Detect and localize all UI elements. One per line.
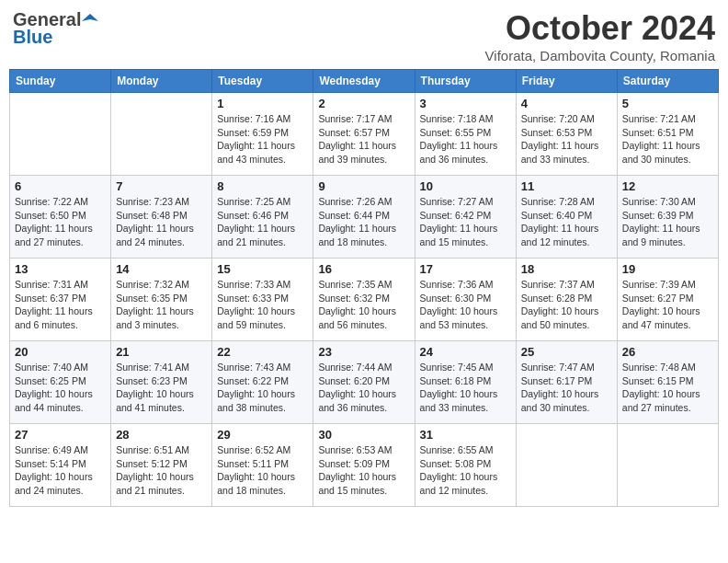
calendar-cell: 5Sunrise: 7:21 AM Sunset: 6:51 PM Daylig… (617, 93, 718, 176)
logo-blue-text: Blue (13, 27, 52, 48)
day-info: Sunrise: 7:47 AM Sunset: 6:17 PM Dayligh… (521, 361, 612, 415)
calendar-cell: 30Sunrise: 6:53 AM Sunset: 5:09 PM Dayli… (313, 424, 415, 507)
calendar-cell: 17Sunrise: 7:36 AM Sunset: 6:30 PM Dayli… (415, 259, 516, 341)
logo-bird-icon (82, 12, 98, 29)
location-subtitle: Viforata, Dambovita County, Romania (485, 48, 715, 63)
day-number: 2 (318, 97, 409, 110)
weekday-header-tuesday: Tuesday (212, 70, 313, 93)
calendar-week-4: 20Sunrise: 7:40 AM Sunset: 6:25 PM Dayli… (10, 341, 719, 424)
day-number: 17 (420, 262, 511, 276)
day-info: Sunrise: 6:55 AM Sunset: 5:08 PM Dayligh… (420, 443, 511, 498)
day-info: Sunrise: 6:52 AM Sunset: 5:11 PM Dayligh… (217, 443, 308, 498)
calendar-cell: 10Sunrise: 7:27 AM Sunset: 6:42 PM Dayli… (415, 176, 516, 259)
day-info: Sunrise: 7:27 AM Sunset: 6:42 PM Dayligh… (420, 195, 511, 249)
calendar-cell (617, 424, 718, 507)
day-number: 20 (15, 345, 106, 359)
calendar-week-2: 6Sunrise: 7:22 AM Sunset: 6:50 PM Daylig… (10, 176, 719, 259)
logo: General Blue (13, 9, 98, 48)
day-number: 28 (116, 428, 207, 442)
day-info: Sunrise: 7:21 AM Sunset: 6:51 PM Dayligh… (622, 112, 713, 167)
calendar-cell (516, 424, 617, 507)
day-info: Sunrise: 7:48 AM Sunset: 6:15 PM Dayligh… (622, 361, 713, 415)
day-number: 25 (521, 345, 612, 359)
calendar-cell: 23Sunrise: 7:44 AM Sunset: 6:20 PM Dayli… (313, 341, 415, 424)
day-info: Sunrise: 7:32 AM Sunset: 6:35 PM Dayligh… (116, 278, 207, 332)
calendar-cell: 9Sunrise: 7:26 AM Sunset: 6:44 PM Daylig… (313, 176, 415, 259)
day-info: Sunrise: 7:30 AM Sunset: 6:39 PM Dayligh… (622, 195, 713, 249)
calendar-cell (111, 93, 212, 176)
calendar-cell: 8Sunrise: 7:25 AM Sunset: 6:46 PM Daylig… (212, 176, 313, 259)
day-info: Sunrise: 7:16 AM Sunset: 6:59 PM Dayligh… (217, 112, 308, 167)
weekday-header-thursday: Thursday (415, 70, 516, 93)
calendar-cell: 29Sunrise: 6:52 AM Sunset: 5:11 PM Dayli… (212, 424, 313, 507)
weekday-header-monday: Monday (111, 70, 212, 93)
day-number: 3 (420, 97, 511, 110)
day-number: 30 (318, 428, 409, 442)
calendar-cell: 31Sunrise: 6:55 AM Sunset: 5:08 PM Dayli… (415, 424, 516, 507)
day-number: 12 (622, 179, 713, 193)
day-info: Sunrise: 6:49 AM Sunset: 5:14 PM Dayligh… (15, 443, 106, 498)
day-number: 22 (217, 345, 308, 359)
calendar-cell: 1Sunrise: 7:16 AM Sunset: 6:59 PM Daylig… (212, 93, 313, 176)
day-number: 8 (217, 179, 308, 193)
day-number: 15 (217, 262, 308, 276)
day-info: Sunrise: 7:36 AM Sunset: 6:30 PM Dayligh… (420, 278, 511, 332)
day-info: Sunrise: 7:43 AM Sunset: 6:22 PM Dayligh… (217, 361, 308, 415)
weekday-header-sunday: Sunday (10, 70, 111, 93)
day-number: 4 (521, 97, 612, 110)
calendar-cell: 11Sunrise: 7:28 AM Sunset: 6:40 PM Dayli… (516, 176, 617, 259)
calendar-cell: 7Sunrise: 7:23 AM Sunset: 6:48 PM Daylig… (111, 176, 212, 259)
day-info: Sunrise: 7:20 AM Sunset: 6:53 PM Dayligh… (521, 112, 612, 167)
day-info: Sunrise: 7:37 AM Sunset: 6:28 PM Dayligh… (521, 278, 612, 332)
day-number: 11 (521, 179, 612, 193)
day-number: 21 (116, 345, 207, 359)
day-number: 5 (622, 97, 713, 110)
calendar-cell: 22Sunrise: 7:43 AM Sunset: 6:22 PM Dayli… (212, 341, 313, 424)
calendar-cell: 20Sunrise: 7:40 AM Sunset: 6:25 PM Dayli… (10, 341, 111, 424)
day-info: Sunrise: 7:35 AM Sunset: 6:32 PM Dayligh… (318, 278, 409, 332)
calendar-cell: 28Sunrise: 6:51 AM Sunset: 5:12 PM Dayli… (111, 424, 212, 507)
calendar-week-3: 13Sunrise: 7:31 AM Sunset: 6:37 PM Dayli… (10, 259, 719, 341)
calendar-cell: 6Sunrise: 7:22 AM Sunset: 6:50 PM Daylig… (10, 176, 111, 259)
day-number: 29 (217, 428, 308, 442)
calendar-cell: 21Sunrise: 7:41 AM Sunset: 6:23 PM Dayli… (111, 341, 212, 424)
day-info: Sunrise: 7:28 AM Sunset: 6:40 PM Dayligh… (521, 195, 612, 249)
calendar-cell: 2Sunrise: 7:17 AM Sunset: 6:57 PM Daylig… (313, 93, 415, 176)
day-info: Sunrise: 7:45 AM Sunset: 6:18 PM Dayligh… (420, 361, 511, 415)
calendar-cell (10, 93, 111, 176)
day-number: 18 (521, 262, 612, 276)
day-info: Sunrise: 7:31 AM Sunset: 6:37 PM Dayligh… (15, 278, 106, 332)
calendar-week-5: 27Sunrise: 6:49 AM Sunset: 5:14 PM Dayli… (10, 424, 719, 507)
calendar-cell: 25Sunrise: 7:47 AM Sunset: 6:17 PM Dayli… (516, 341, 617, 424)
day-info: Sunrise: 7:25 AM Sunset: 6:46 PM Dayligh… (217, 195, 308, 249)
day-info: Sunrise: 7:41 AM Sunset: 6:23 PM Dayligh… (116, 361, 207, 415)
day-info: Sunrise: 7:39 AM Sunset: 6:27 PM Dayligh… (622, 278, 713, 332)
day-number: 14 (116, 262, 207, 276)
day-number: 16 (318, 262, 409, 276)
day-number: 19 (622, 262, 713, 276)
weekday-header-saturday: Saturday (617, 70, 718, 93)
day-number: 23 (318, 345, 409, 359)
day-info: Sunrise: 7:18 AM Sunset: 6:55 PM Dayligh… (420, 112, 511, 167)
day-number: 24 (420, 345, 511, 359)
calendar-table: SundayMondayTuesdayWednesdayThursdayFrid… (9, 69, 719, 507)
calendar-cell: 16Sunrise: 7:35 AM Sunset: 6:32 PM Dayli… (313, 259, 415, 341)
day-info: Sunrise: 6:53 AM Sunset: 5:09 PM Dayligh… (318, 443, 409, 498)
day-info: Sunrise: 7:22 AM Sunset: 6:50 PM Dayligh… (15, 195, 106, 249)
calendar-cell: 4Sunrise: 7:20 AM Sunset: 6:53 PM Daylig… (516, 93, 617, 176)
day-info: Sunrise: 7:44 AM Sunset: 6:20 PM Dayligh… (318, 361, 409, 415)
day-number: 13 (15, 262, 106, 276)
day-number: 1 (217, 97, 308, 110)
calendar-cell: 24Sunrise: 7:45 AM Sunset: 6:18 PM Dayli… (415, 341, 516, 424)
day-number: 9 (318, 179, 409, 193)
day-number: 7 (116, 179, 207, 193)
day-info: Sunrise: 7:23 AM Sunset: 6:48 PM Dayligh… (116, 195, 207, 249)
weekday-header-friday: Friday (516, 70, 617, 93)
calendar-cell: 27Sunrise: 6:49 AM Sunset: 5:14 PM Dayli… (10, 424, 111, 507)
day-info: Sunrise: 7:17 AM Sunset: 6:57 PM Dayligh… (318, 112, 409, 167)
calendar-cell: 26Sunrise: 7:48 AM Sunset: 6:15 PM Dayli… (617, 341, 718, 424)
calendar-cell: 14Sunrise: 7:32 AM Sunset: 6:35 PM Dayli… (111, 259, 212, 341)
day-number: 31 (420, 428, 511, 442)
day-info: Sunrise: 7:33 AM Sunset: 6:33 PM Dayligh… (217, 278, 308, 332)
calendar-cell: 18Sunrise: 7:37 AM Sunset: 6:28 PM Dayli… (516, 259, 617, 341)
